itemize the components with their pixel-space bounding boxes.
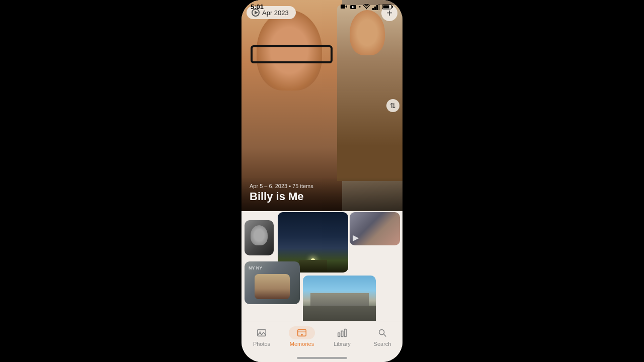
- thumbnail-4[interactable]: [245, 261, 300, 304]
- signal-icon: [372, 4, 380, 10]
- nav-item-memories[interactable]: Memories: [282, 326, 322, 347]
- svg-rect-0: [341, 5, 345, 9]
- nav-label-search: Search: [374, 341, 391, 347]
- left-panel: [0, 0, 242, 362]
- media-icon2: [350, 5, 357, 10]
- svg-rect-6: [376, 5, 378, 10]
- status-time: 5:01: [251, 3, 264, 11]
- media-icon: [341, 5, 348, 10]
- photos-icon: [255, 326, 268, 339]
- status-bar: 5:01 •: [242, 0, 403, 13]
- svg-rect-16: [338, 333, 340, 336]
- person2-bg: [337, 5, 403, 181]
- svg-point-19: [379, 330, 384, 335]
- memory-info-overlay: Apr 5 – 6, 2023 • 75 items Billy is Me: [242, 177, 403, 211]
- dot-icon: •: [359, 4, 361, 10]
- nav-item-photos[interactable]: Photos: [242, 326, 282, 347]
- svg-point-15: [301, 334, 303, 336]
- phone-frame: 5:01 •: [242, 0, 403, 362]
- main-content: Apr 2023 + ⇅ Apr 5 – 6, 2023 • 75 items …: [242, 0, 403, 321]
- nav-label-library: Library: [334, 341, 351, 347]
- nav-label-memories: Memories: [290, 341, 314, 347]
- thumbnail-3[interactable]: [350, 212, 400, 245]
- svg-rect-18: [345, 329, 347, 337]
- svg-rect-10: [383, 6, 389, 9]
- svg-rect-9: [392, 6, 393, 8]
- svg-rect-7: [378, 4, 380, 10]
- memory-date-range: Apr 5 – 6, 2023 • 75 items: [250, 183, 394, 189]
- wifi-icon: [363, 4, 370, 10]
- svg-rect-17: [341, 331, 343, 336]
- svg-line-20: [384, 334, 386, 337]
- nav-item-library[interactable]: Library: [322, 326, 362, 347]
- svg-marker-1: [345, 5, 347, 8]
- nav-item-search[interactable]: Search: [362, 326, 403, 347]
- nav-label-photos: Photos: [253, 341, 270, 347]
- right-panel: [403, 0, 644, 362]
- expand-button[interactable]: ⇅: [386, 99, 399, 112]
- thumbnail-1[interactable]: [245, 220, 274, 255]
- thumbnail-5[interactable]: [303, 276, 376, 321]
- memories-icon: [289, 326, 315, 339]
- svg-rect-4: [372, 8, 374, 10]
- battery-icon: [382, 4, 393, 10]
- library-icon: [336, 326, 349, 339]
- expand-icon: ⇅: [390, 102, 396, 110]
- thumbnail-grid: [242, 211, 403, 321]
- memory-title: Billy is Me: [250, 190, 394, 203]
- search-icon: [376, 326, 389, 339]
- home-indicator: [297, 357, 347, 359]
- hero-photo[interactable]: Apr 2023 + ⇅ Apr 5 – 6, 2023 • 75 items …: [242, 0, 403, 211]
- svg-rect-5: [374, 7, 376, 10]
- bottom-nav: Photos Memories Library: [242, 321, 403, 362]
- status-icons: •: [341, 4, 393, 10]
